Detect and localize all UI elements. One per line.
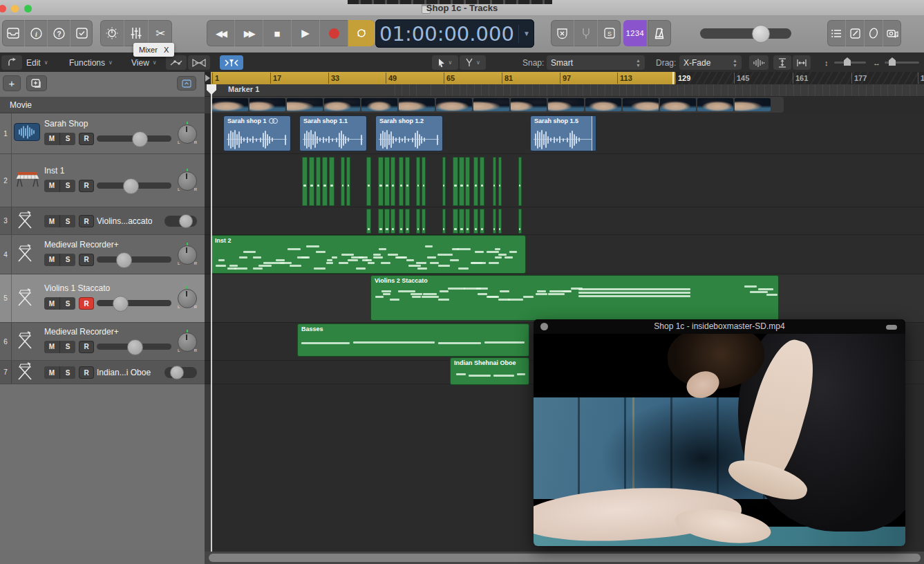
forward-icon[interactable]: ▶▶ bbox=[235, 20, 263, 46]
mute-button[interactable]: M bbox=[44, 180, 59, 192]
midi-bar-region[interactable] bbox=[442, 209, 446, 234]
midi-bar-region[interactable] bbox=[366, 209, 371, 234]
midi-bar-region[interactable] bbox=[480, 157, 484, 206]
track-volume-thumb[interactable] bbox=[113, 296, 129, 312]
track-volume-thumb[interactable] bbox=[132, 131, 148, 147]
midi-bar-region[interactable] bbox=[399, 209, 404, 234]
midi-bar-region[interactable] bbox=[384, 157, 390, 206]
midi-bar-region[interactable] bbox=[473, 209, 478, 234]
midi-bar-region[interactable] bbox=[453, 209, 458, 234]
midi-region[interactable]: Inst 2 bbox=[211, 235, 526, 274]
midi-bar-region[interactable] bbox=[416, 209, 420, 234]
mute-button[interactable]: M bbox=[44, 297, 59, 310]
track-volume-slider[interactable] bbox=[97, 300, 171, 306]
menu-functions[interactable]: Functions∨ bbox=[69, 55, 113, 70]
rewind-icon[interactable]: ◀◀ bbox=[207, 20, 235, 46]
quick-help-icon[interactable]: ? bbox=[48, 20, 70, 46]
movie-track-filmstrip[interactable] bbox=[210, 97, 784, 113]
vertical-auto-zoom-icon[interactable] bbox=[773, 55, 791, 70]
menu-edit[interactable]: Edit∨ bbox=[26, 55, 48, 70]
track-volume-slider[interactable] bbox=[97, 256, 171, 263]
audio-region[interactable]: Sarah shop 1 bbox=[223, 115, 291, 151]
track-name[interactable]: Violins 1 Staccato bbox=[44, 283, 110, 293]
record-enable-button[interactable]: R bbox=[79, 254, 94, 266]
menu-view[interactable]: View∨ bbox=[131, 55, 157, 70]
mute-button[interactable]: M bbox=[44, 133, 59, 145]
drag-popup[interactable]: X-Fade ▲▼ bbox=[679, 55, 742, 70]
pan-knob[interactable]: LR bbox=[178, 289, 197, 308]
track-volume-thumb[interactable] bbox=[116, 252, 132, 268]
catch-playhead-button[interactable] bbox=[220, 55, 243, 70]
solo-button[interactable]: S bbox=[59, 215, 75, 227]
record-enable-button[interactable]: R bbox=[79, 133, 94, 145]
midi-bar-region[interactable] bbox=[498, 209, 502, 234]
track-volume-slider[interactable] bbox=[97, 182, 171, 189]
toolbar-toggle-icon[interactable] bbox=[70, 20, 93, 46]
track-header-4[interactable]: 4Medieval Recorder+MSRLR bbox=[0, 235, 205, 274]
catch-up-arrow-icon[interactable] bbox=[1, 55, 22, 70]
midi-bar-region[interactable] bbox=[405, 209, 410, 234]
note-pads-icon[interactable] bbox=[846, 20, 865, 46]
solo-button[interactable]: S bbox=[59, 297, 75, 310]
track-name[interactable]: Medieval Recorder+ bbox=[44, 327, 119, 337]
track-header-7[interactable]: 7MSRIndian...i Oboe bbox=[0, 361, 205, 384]
movie-track-header[interactable]: Movie bbox=[0, 97, 205, 113]
snap-popup[interactable]: Smart ▲▼ bbox=[547, 55, 645, 70]
track-mini-thumb[interactable] bbox=[179, 214, 193, 228]
midi-bar-region[interactable] bbox=[459, 209, 464, 234]
flex-icon[interactable] bbox=[188, 55, 210, 70]
midi-bar-region[interactable] bbox=[302, 157, 308, 206]
midi-bar-region[interactable] bbox=[422, 157, 426, 206]
track-volume-thumb[interactable] bbox=[127, 339, 143, 355]
midi-bar-region[interactable] bbox=[316, 157, 321, 206]
solo-button[interactable]: S bbox=[59, 180, 75, 192]
track-volume-slider[interactable] bbox=[97, 135, 171, 142]
midi-bar-region[interactable] bbox=[405, 157, 410, 206]
record-icon[interactable] bbox=[320, 20, 348, 46]
list-editors-icon[interactable] bbox=[827, 20, 846, 46]
command-click-tool-button[interactable]: ∨ bbox=[460, 55, 486, 70]
midi-region[interactable]: Violins 2 Staccato bbox=[370, 275, 779, 321]
midi-bar-region[interactable] bbox=[493, 157, 496, 206]
record-enable-button[interactable]: R bbox=[79, 297, 94, 310]
pan-knob[interactable]: LR bbox=[178, 124, 197, 144]
midi-bar-region[interactable] bbox=[422, 209, 426, 234]
midi-bar-region[interactable] bbox=[322, 157, 328, 206]
midi-bar-region[interactable] bbox=[399, 157, 404, 206]
track-volume-thumb[interactable] bbox=[123, 178, 139, 194]
audio-region[interactable]: Sarah shop 1.1 bbox=[299, 115, 367, 151]
replace-shield-icon[interactable] bbox=[551, 20, 574, 46]
record-enable-button[interactable]: R bbox=[79, 341, 94, 353]
pan-knob[interactable]: LR bbox=[178, 245, 197, 265]
midi-bar-region[interactable] bbox=[453, 157, 458, 206]
lane-row-3[interactable] bbox=[205, 207, 924, 235]
mute-button[interactable]: M bbox=[44, 366, 59, 379]
midi-bar-region[interactable] bbox=[378, 209, 384, 234]
record-enable-button[interactable]: R bbox=[79, 180, 94, 192]
midi-region[interactable]: Indian Shehnai Oboe bbox=[450, 357, 529, 385]
horizontal-zoom-thumb[interactable] bbox=[889, 57, 896, 66]
track-header-2[interactable]: 2Inst 1MSRLR bbox=[0, 154, 205, 207]
solo-button[interactable]: S bbox=[59, 254, 75, 266]
mute-button[interactable]: M bbox=[44, 254, 59, 266]
tuner-fork-icon[interactable] bbox=[574, 20, 598, 46]
track-header-config-button[interactable] bbox=[177, 76, 196, 91]
midi-bar-region[interactable] bbox=[465, 157, 470, 206]
midi-bar-region[interactable] bbox=[309, 157, 314, 206]
track-name[interactable]: Medieval Recorder+ bbox=[44, 240, 119, 250]
playhead[interactable] bbox=[211, 84, 212, 552]
lcd-chevron-down-icon[interactable]: ▼ bbox=[518, 25, 534, 43]
audio-region[interactable]: Sarah shop 1.2 bbox=[375, 115, 443, 151]
master-volume-slider[interactable] bbox=[700, 28, 791, 39]
horizontal-zoom-slider[interactable] bbox=[885, 62, 919, 64]
duplicate-track-button[interactable] bbox=[26, 75, 47, 91]
movie-window-resize-button[interactable] bbox=[886, 325, 897, 330]
add-track-button[interactable]: + bbox=[3, 75, 21, 91]
track-header-6[interactable]: 6Medieval Recorder+MSRLR bbox=[0, 323, 205, 361]
midi-bar-region[interactable] bbox=[390, 209, 395, 234]
midi-bar-region[interactable] bbox=[518, 209, 522, 234]
master-volume-thumb[interactable] bbox=[752, 25, 770, 43]
movie-window-titlebar[interactable]: Shop 1c - insideboxmaster-SD.mp4 bbox=[534, 319, 905, 334]
track-volume-slider[interactable] bbox=[97, 344, 171, 350]
midi-bar-region[interactable] bbox=[346, 157, 350, 206]
